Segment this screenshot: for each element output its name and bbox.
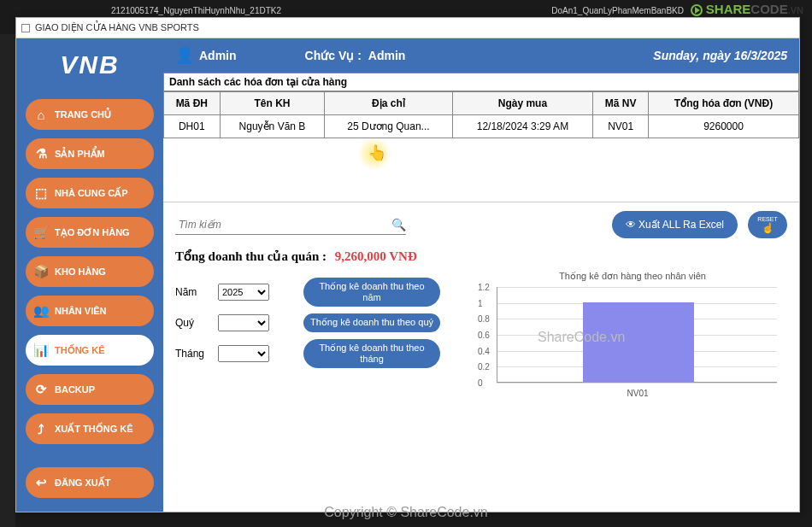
chart-icon: 📊 (29, 343, 53, 358)
watermark-top: SHARECODE.VN (691, 2, 803, 16)
invoice-table-wrap: Mã ĐHTên KHĐịa chỉNgày muaMã NVTổng hóa … (163, 91, 799, 202)
table-header[interactable]: Tổng hóa đơn (VNĐ) (648, 92, 798, 115)
search-box[interactable]: 🔍 (175, 215, 406, 235)
titlebar: GIAO DIỆN CỬA HÀNG VNB SPORTS (16, 18, 799, 38)
stats-year-button[interactable]: Thống kê doanh thu theo năm (303, 278, 440, 307)
sidebar: VNB ⌂TRANG CHỦ ⚗SẢN PHẨM ⬚NHÀ CUNG CẤP 🛒… (16, 38, 163, 512)
user-icon: 👤 (175, 46, 194, 65)
bg-tab-2: DoAn1_QuanLyPhanMemBanBKD (551, 6, 684, 15)
role-label: Chức Vụ : (305, 49, 362, 62)
main-content: 👤 Admin Chức Vụ : Admin Sunday, ngày 16/… (163, 38, 799, 512)
y-tick-label: 0.4 (478, 346, 490, 355)
table-header[interactable]: Ngày mua (452, 92, 593, 115)
cart-icon: 🛒 (29, 225, 53, 240)
nav-statistics[interactable]: 📊THỐNG KÊ (26, 335, 154, 366)
month-label: Tháng (175, 348, 218, 360)
y-tick-label: 1 (478, 298, 483, 307)
logo: VNB (60, 50, 119, 79)
box-icon: 📦 (29, 264, 53, 279)
window-title: GIAO DIỆN CỬA HÀNG VNB SPORTS (35, 22, 199, 33)
table-cell: NV01 (593, 115, 649, 138)
x-tick-label: NV01 (627, 389, 648, 398)
y-tick-label: 0 (478, 378, 483, 388)
table-cell: Nguyễn Văn B (220, 115, 325, 138)
stats-quarter-button[interactable]: Thống kê doanh thu theo quý (303, 313, 440, 331)
y-tick-label: 0.2 (478, 362, 490, 372)
table-cell: DH01 (164, 115, 221, 138)
nav-create-order[interactable]: 🛒TẠO ĐƠN HÀNG (26, 217, 154, 248)
table-header[interactable]: Tên KH (220, 92, 325, 115)
reset-button[interactable]: RESET ☝ (748, 211, 787, 238)
search-input[interactable] (175, 215, 391, 234)
revenue-display: Tổng doanh thu của quán : 9,260,000 VNĐ (175, 249, 787, 264)
logout-icon: ↩ (29, 475, 53, 490)
quarter-select[interactable] (218, 314, 269, 331)
y-tick-label: 1.2 (478, 283, 490, 292)
stats-month-button[interactable]: Thống kê doanh thu theo tháng (303, 339, 440, 368)
nav-backup[interactable]: ⟳BACKUP (26, 374, 154, 405)
copyright: Copyright © ShareCode.vn (324, 505, 487, 520)
nav-export-stats[interactable]: ⤴XUẤT THỐNG KÊ (26, 413, 154, 444)
export-excel-button[interactable]: 👁 Xuất ALL Ra Excel (612, 211, 738, 238)
table-row[interactable]: DH01Nguyễn Văn B25 Dương Quan...12/18/20… (164, 115, 799, 138)
chart-area: Thống kê đơn hàng theo nhân viên ShareCo… (466, 271, 787, 398)
year-label: Năm (175, 286, 218, 298)
nav-home[interactable]: ⌂TRANG CHỦ (26, 99, 154, 130)
backup-icon: ⟳ (29, 382, 53, 397)
nav-products[interactable]: ⚗SẢN PHẨM (26, 138, 154, 169)
search-icon[interactable]: 🔍 (391, 218, 406, 231)
chart-watermark: ShareCode.vn (538, 330, 625, 345)
nav-logout[interactable]: ↩ĐĂNG XUẤT (26, 467, 154, 498)
export-icon: ⤴ (29, 422, 53, 436)
role-value: Admin (368, 49, 406, 62)
year-select[interactable]: 2025 (218, 284, 269, 301)
section-title: Danh sách các hóa đơn tại cửa hàng (163, 73, 799, 91)
y-tick-label: 0.6 (478, 331, 490, 340)
invoice-table: Mã ĐHTên KHĐịa chỉNgày muaMã NVTổng hóa … (163, 91, 799, 138)
header-bar: 👤 Admin Chức Vụ : Admin Sunday, ngày 16/… (163, 38, 799, 73)
nav-suppliers[interactable]: ⬚NHÀ CUNG CẤP (26, 178, 154, 208)
product-icon: ⚗ (29, 146, 53, 161)
quarter-label: Quý (175, 317, 218, 329)
reset-icon: ☝ (762, 222, 774, 234)
people-icon: 👥 (29, 303, 53, 319)
date-display: Sunday, ngày 16/3/2025 (653, 49, 787, 62)
chart-title: Thống kê đơn hàng theo nhân viên (478, 271, 787, 282)
bar-chart: ShareCode.vn 00.20.40.60.811.2NV01 (478, 287, 777, 398)
y-tick-label: 0.8 (478, 314, 490, 324)
table-cell: 12/18/2024 3:29 AM (452, 115, 593, 138)
app-window: GIAO DIỆN CỬA HÀNG VNB SPORTS VNB ⌂TRANG… (15, 17, 800, 512)
eye-icon: 👁 (626, 219, 636, 231)
month-select[interactable] (218, 345, 269, 362)
bg-tab-1: 2121005174_NguyenThiHuynhNhu_21DTK2 (111, 6, 281, 15)
nav-warehouse[interactable]: 📦KHO HÀNG (26, 256, 154, 287)
supplier-icon: ⬚ (29, 185, 53, 201)
table-cell: 9260000 (648, 115, 798, 138)
table-cell: 25 Dương Quan... (325, 115, 452, 138)
nav-staff[interactable]: 👥NHÂN VIÊN (26, 296, 154, 326)
table-header[interactable]: Mã ĐH (164, 92, 221, 115)
table-header[interactable]: Mã NV (593, 92, 649, 115)
user-name: Admin (199, 49, 237, 62)
table-header[interactable]: Địa chỉ (325, 92, 452, 115)
app-icon (21, 24, 30, 32)
home-icon: ⌂ (29, 108, 53, 122)
